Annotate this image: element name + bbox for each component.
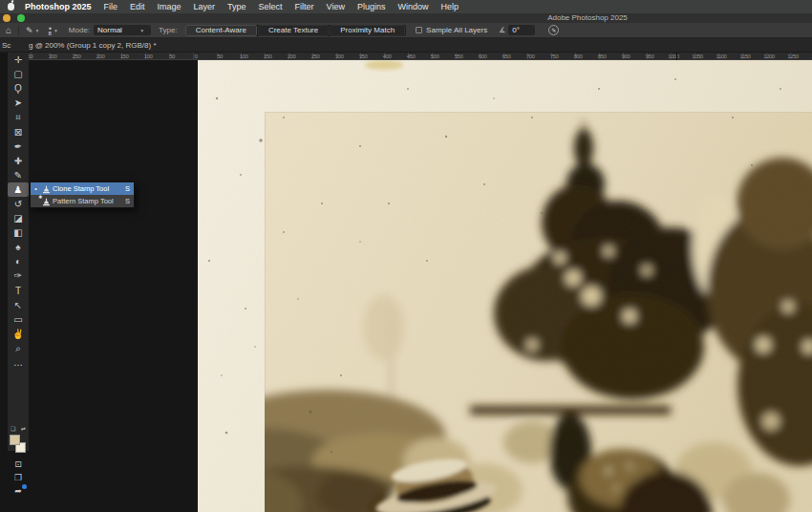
canvas-area[interactable]	[198, 60, 812, 512]
ruler-label: 500	[425, 53, 444, 60]
menu-item-filter[interactable]: Filter	[295, 2, 314, 11]
ruler-label: 150	[258, 53, 277, 60]
type-button-create-texture[interactable]: Create Texture	[258, 25, 329, 36]
flyout-item-shortcut: S	[125, 197, 130, 205]
angle-widget: ∡ 0°	[499, 25, 535, 35]
menu-item-select[interactable]: Select	[259, 2, 283, 11]
tool-icon: ◐	[15, 254, 21, 268]
brush-preset-picker[interactable]: ● 8	[49, 26, 52, 35]
brush-preview-icon: ●	[49, 26, 52, 30]
menu-item-image[interactable]: Image	[158, 2, 182, 11]
tool-eraser[interactable]: ◪	[8, 211, 29, 225]
tool-pen[interactable]: ✑	[8, 268, 29, 283]
tool-icon: ↖	[14, 298, 22, 312]
tool-icon: ✑	[14, 268, 22, 283]
menu-item-type[interactable]: Type	[227, 2, 246, 11]
default-colors-icon[interactable]: ❏	[11, 425, 15, 432]
tool-dodge[interactable]: ◐	[8, 254, 29, 268]
ruler-cursor-marker	[676, 53, 677, 60]
document-tab[interactable]: g @ 200% (Group 1 copy 2, RGB/8) *	[29, 41, 157, 50]
tool-object-selection[interactable]: ➤	[8, 96, 29, 110]
minimize-button[interactable]	[3, 14, 11, 22]
ruler-label: 950	[640, 53, 659, 60]
tool-edit-toolbar[interactable]: …	[8, 355, 29, 370]
tool-spot-healing-brush[interactable]: ✚	[8, 154, 29, 168]
tool-hand[interactable]: ✌	[8, 327, 29, 341]
ruler-label: 350	[353, 53, 373, 60]
document-tab-fragment[interactable]: Sc	[2, 41, 11, 50]
quick-mask-icon: ⊡	[14, 458, 22, 472]
zoom-button[interactable]	[17, 14, 25, 22]
angle-icon: ∡	[499, 26, 505, 34]
tool-gradient[interactable]: ◧	[8, 225, 29, 240]
tool-move[interactable]: ✛	[8, 53, 29, 67]
menu-item-file[interactable]: File	[104, 2, 118, 11]
type-button-content-aware[interactable]: Content-Aware	[185, 25, 257, 36]
divider	[18, 26, 19, 35]
tool-icon: ♟	[14, 182, 23, 197]
tool-icon: ▭	[13, 312, 22, 327]
type-button-proximity-match[interactable]: Proximity Match	[330, 25, 405, 36]
share-button[interactable]: ➦	[8, 484, 29, 498]
ruler-label: 850	[592, 53, 611, 60]
mode-label: Mode:	[69, 26, 90, 34]
tool-history-brush[interactable]: ↺	[8, 197, 29, 211]
tool-path-selection[interactable]: ↖	[8, 298, 29, 312]
menu-item-photoshop[interactable]: Photoshop 2025	[25, 2, 92, 11]
ruler-label: 350	[29, 53, 38, 60]
angle-input[interactable]: 0°	[508, 25, 535, 35]
flyout-item-pattern-stamp-tool[interactable]: ✱ Pattern Stamp Tool S	[31, 195, 134, 207]
chevron-down-icon[interactable]: ▼	[53, 28, 58, 33]
stamp-icon	[39, 184, 53, 194]
quick-mask-button[interactable]: ⊡	[8, 458, 29, 471]
tool-icon: ▢	[13, 67, 22, 81]
menu-item-layer[interactable]: Layer	[194, 2, 216, 11]
swap-colors-icon[interactable]: ⇄	[21, 425, 26, 432]
horizontal-ruler: 3503002502001501005005010015020025030035…	[29, 53, 812, 60]
photo-canvas[interactable]	[198, 60, 812, 512]
ruler-label: 800	[568, 53, 588, 60]
ruler-label: 100	[234, 53, 253, 60]
ruler-label: 50	[210, 53, 229, 60]
tool-brush[interactable]: ✎	[8, 168, 29, 182]
tool-frame[interactable]: ⊠	[8, 124, 29, 139]
menu-item-view[interactable]: View	[327, 2, 345, 11]
ruler-label: 300	[330, 53, 349, 60]
flyout-item-clone-stamp-tool[interactable]: • Clone Stamp Tool S	[31, 182, 134, 195]
type-label: Type:	[159, 26, 178, 34]
brush-size-value: 8	[49, 32, 52, 35]
foreground-color-swatch[interactable]	[10, 435, 20, 445]
ruler-label: 1000	[664, 53, 683, 60]
tool-clone-stamp[interactable]: ♟	[8, 182, 29, 197]
home-icon[interactable]: ⌂	[6, 23, 11, 38]
mode-select[interactable]: Normal ▼	[94, 25, 151, 35]
tool-crop[interactable]: ⌗	[8, 110, 29, 124]
screen-mode-button[interactable]: ❐	[8, 471, 29, 484]
tool-rectangular-marquee[interactable]: ▢	[8, 67, 29, 81]
tool-blur[interactable]: ♠	[8, 240, 29, 254]
type-segmented-control: Content-AwareCreate TextureProximity Mat…	[185, 25, 406, 36]
sample-all-layers-checkbox[interactable]	[416, 27, 422, 33]
stamp-icon: ✱	[39, 197, 53, 206]
tool-zoom[interactable]: ⌕	[8, 341, 29, 355]
pattern-mark: ✱	[38, 194, 42, 200]
chevron-down-icon[interactable]: ▼	[35, 28, 40, 33]
menu-items: Photoshop 2025FileEditImageLayerTypeSele…	[25, 2, 471, 11]
menu-item-help[interactable]: Help	[441, 2, 459, 11]
menu-item-window[interactable]: Window	[398, 2, 429, 11]
tool-eyedropper[interactable]: ✒	[8, 139, 29, 154]
tool-lasso[interactable]: Ϙ	[8, 81, 29, 96]
ruler-label: 50	[162, 53, 182, 60]
tool-rectangle[interactable]: ▭	[8, 312, 29, 327]
share-icon: ➦	[14, 484, 22, 499]
current-tool-icon[interactable]: ✎	[26, 23, 33, 38]
apple-icon[interactable]	[8, 3, 14, 11]
ruler-label: 200	[91, 53, 110, 60]
tools: ✛ ▢ Ϙ ➤ ⌗ ⊠	[8, 53, 29, 370]
tool-type[interactable]: T	[8, 284, 29, 298]
menu-item-plugins[interactable]: Plugins	[357, 2, 386, 11]
pen-pressure-button[interactable]: ✎	[548, 25, 559, 35]
tool-icon: ✚	[14, 154, 22, 168]
menu-item-edit[interactable]: Edit	[130, 2, 145, 11]
ruler-label: 650	[497, 53, 516, 60]
